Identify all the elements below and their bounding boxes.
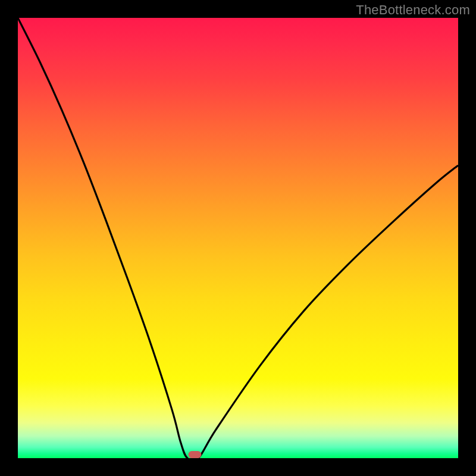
curve-layer — [18, 18, 458, 458]
chart-frame: TheBottleneck.com — [0, 0, 476, 476]
watermark-text: TheBottleneck.com — [356, 2, 470, 18]
optimal-marker — [188, 451, 201, 458]
bottleneck-curve — [18, 18, 458, 458]
plot-area — [18, 18, 458, 458]
